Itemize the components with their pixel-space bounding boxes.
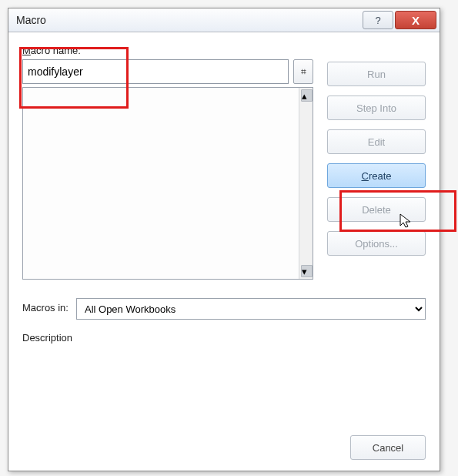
cancel-button[interactable]: Cancel [350, 435, 426, 460]
create-button[interactable]: Create [327, 163, 426, 188]
titlebar: Macro ? X [8, 8, 440, 32]
close-button[interactable]: X [395, 11, 436, 29]
scroll-up-icon[interactable]: ▴ [301, 89, 313, 102]
grid-icon: ⌗ [301, 66, 306, 77]
scroll-down-icon[interactable]: ▾ [301, 265, 313, 277]
macros-in-label: Macros in: [22, 302, 69, 313]
help-button[interactable]: ? [363, 11, 393, 29]
close-icon: X [412, 14, 420, 27]
edit-button[interactable]: Edit [327, 129, 426, 154]
step-into-button[interactable]: Step Into [327, 96, 426, 120]
delete-button[interactable]: Delete [327, 197, 426, 222]
macros-in-dropdown[interactable]: All Open Workbooks [76, 298, 426, 320]
scrollbar[interactable]: ▴ ▾ [299, 88, 313, 279]
run-button[interactable]: Run [327, 62, 426, 86]
macro-listbox[interactable]: ▴ ▾ [22, 87, 313, 280]
help-icon: ? [375, 15, 380, 26]
macro-name-label: Macro name: [22, 45, 313, 56]
description-label: Description [22, 332, 426, 344]
macro-picker-button[interactable]: ⌗ [293, 59, 313, 84]
macro-name-input[interactable] [22, 59, 289, 84]
dialog-title: Macro [16, 14, 46, 26]
macro-dialog: Macro ? X Macro name: ⌗ ▴ ▾ [8, 8, 440, 471]
options-button[interactable]: Options... [327, 231, 426, 256]
